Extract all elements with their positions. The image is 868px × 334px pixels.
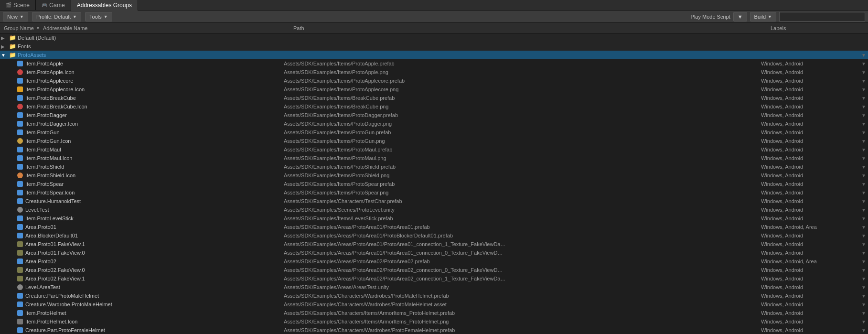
list-item[interactable]: Item.ProtoShield Assets/SDK/Examples/Ite…: [0, 162, 868, 171]
col-labels-label: Labels: [771, 25, 786, 31]
item-path-20: Assets/SDK/Examples/Areas/ProtoArea01/Pr…: [282, 233, 761, 238]
list-item[interactable]: Area.Proto02 Assets/SDK/Examples/Areas/P…: [0, 257, 868, 266]
list-item[interactable]: Item.ProtoGun.Icon Assets/SDK/Examples/I…: [0, 137, 868, 145]
list-item[interactable]: Item.ProtoHelmet Assets/SDK/Examples/Cha…: [0, 309, 868, 317]
item-dropdown-27[interactable]: ▼: [857, 293, 866, 299]
list-item[interactable]: Item.ProtoMaul.Icon Assets/SDK/Examples/…: [0, 154, 868, 162]
list-item[interactable]: Item.ProtoSpear.Icon Assets/SDK/Examples…: [0, 188, 868, 197]
item-name-6: Item.ProtoDagger: [25, 112, 67, 118]
tree-list[interactable]: ▶ 📁 Default (Default) ▶ 📁 Fonts ▼ 📁 Prot…: [0, 33, 868, 334]
list-item[interactable]: Item.ProtoBreakCube Assets/SDK/Examples/…: [0, 94, 868, 102]
list-item[interactable]: Item.ProtoDagger.Icon Assets/SDK/Example…: [0, 119, 868, 128]
item-labels-30: Windows, Android: [761, 319, 857, 324]
search-input[interactable]: [779, 12, 865, 22]
tab-addressables[interactable]: Addressables Groups: [71, 0, 138, 11]
item-dropdown-22[interactable]: ▼: [857, 250, 866, 256]
list-item[interactable]: Item.ProtoSpear Assets/SDK/Examples/Item…: [0, 180, 868, 188]
group-row-fonts[interactable]: ▶ 📁 Fonts: [0, 42, 868, 51]
tab-scene[interactable]: 🎬 Scene: [0, 0, 36, 11]
expand-arrow-fonts: ▶: [1, 44, 9, 49]
item-dropdown-15[interactable]: ▼: [857, 190, 866, 195]
list-item[interactable]: Item.ProtoMaul Assets/SDK/Examples/Items…: [0, 145, 868, 154]
list-item[interactable]: Creature.Part.ProtoMaleHelmet Assets/SDK…: [0, 291, 868, 300]
build-label: Build: [754, 14, 766, 20]
list-item[interactable]: Creature.Part.ProtoFemaleHelmet Assets/S…: [0, 326, 868, 334]
item-icon-13: [16, 172, 24, 179]
item-dropdown-30[interactable]: ▼: [857, 319, 866, 324]
tools-chevron-icon: ▼: [104, 14, 108, 19]
toolbar: New ▼ Profile: Default ▼ Tools ▼ Play Mo…: [0, 11, 868, 23]
item-dropdown-20[interactable]: ▼: [857, 233, 866, 238]
list-item[interactable]: Area.Proto01.FakeView.0 Assets/SDK/Examp…: [0, 248, 868, 257]
item-dropdown-6[interactable]: ▼: [857, 113, 866, 118]
list-item[interactable]: Item.ProtoGun Assets/SDK/Examples/Items/…: [0, 128, 868, 137]
build-button[interactable]: Build ▼: [750, 12, 776, 22]
list-item[interactable]: Area.Proto01.FakeView.1 Assets/SDK/Examp…: [0, 240, 868, 248]
item-dropdown-1[interactable]: ▼: [857, 70, 866, 75]
item-labels-22: Windows, Android: [761, 250, 857, 256]
tab-game[interactable]: 🎮 Game: [36, 0, 71, 11]
item-dropdown-8[interactable]: ▼: [857, 130, 866, 135]
item-dropdown-3[interactable]: ▼: [857, 87, 866, 92]
item-dropdown-17[interactable]: ▼: [857, 207, 866, 213]
list-item[interactable]: Level.Test Assets/SDK/Examples/Scenes/Pr…: [0, 205, 868, 214]
item-labels-17: Windows, Android: [761, 207, 857, 213]
list-item[interactable]: Item.ProtoBreakCube.Icon Assets/SDK/Exam…: [0, 102, 868, 111]
list-item[interactable]: Area.Proto02.FakeView.0 Assets/SDK/Examp…: [0, 266, 868, 274]
item-dropdown-28[interactable]: ▼: [857, 302, 866, 307]
item-dropdown-29[interactable]: ▼: [857, 311, 866, 316]
group-row-default[interactable]: ▶ 📁 Default (Default): [0, 33, 868, 42]
item-labels-15: Windows, Android: [761, 190, 857, 195]
item-name-15: Item.ProtoSpear.Icon: [25, 190, 75, 195]
list-item[interactable]: Item.ProtoApplecore.Icon Assets/SDK/Exam…: [0, 85, 868, 94]
item-dropdown-21[interactable]: ▼: [857, 242, 866, 247]
item-dropdown-18[interactable]: ▼: [857, 216, 866, 221]
list-item[interactable]: Item.ProtoDagger Assets/SDK/Examples/Ite…: [0, 111, 868, 119]
play-mode-button[interactable]: ▼: [733, 12, 747, 22]
list-item[interactable]: Item.ProtoApplecore Assets/SDK/Examples/…: [0, 76, 868, 85]
group-row-protoassets[interactable]: ▼ 📁 ProtoAssets ▼: [0, 51, 868, 59]
item-dropdown-23[interactable]: ▼: [857, 259, 866, 264]
list-item[interactable]: Creature.Wardrobe.ProtoMaleHelmet Assets…: [0, 300, 868, 309]
item-dropdown-2[interactable]: ▼: [857, 78, 866, 84]
item-dropdown-7[interactable]: ▼: [857, 121, 866, 127]
item-dropdown-14[interactable]: ▼: [857, 182, 866, 187]
item-path-30: Assets/SDK/Examples/Characters/Items/Arm…: [282, 319, 761, 324]
list-item[interactable]: Item.ProtoApple Assets/SDK/Examples/Item…: [0, 59, 868, 68]
item-dropdown-5[interactable]: ▼: [857, 104, 866, 109]
list-item[interactable]: Area.BlockerDefault01 Assets/SDK/Example…: [0, 231, 868, 240]
list-item[interactable]: Item.ProtoShield.Icon Assets/SDK/Example…: [0, 171, 868, 180]
tools-button[interactable]: Tools ▼: [85, 12, 112, 22]
item-dropdown-16[interactable]: ▼: [857, 199, 866, 204]
list-item[interactable]: Area.Proto02.FakeView.1 Assets/SDK/Examp…: [0, 274, 868, 283]
protoassets-dropdown[interactable]: ▼: [857, 53, 866, 58]
col-path: Path: [284, 25, 771, 31]
new-button[interactable]: New ▼: [3, 12, 28, 22]
list-item[interactable]: Item.ProtoHelmet.Icon Assets/SDK/Example…: [0, 317, 868, 326]
item-dropdown-31[interactable]: ▼: [857, 328, 866, 333]
item-icon-2: [16, 77, 24, 85]
item-dropdown-11[interactable]: ▼: [857, 156, 866, 161]
item-dropdown-12[interactable]: ▼: [857, 164, 866, 170]
item-dropdown-25[interactable]: ▼: [857, 276, 866, 281]
list-item[interactable]: Creature.HumanoidTest Assets/SDK/Example…: [0, 197, 868, 205]
item-path-1: Assets/SDK/Examples/Items/ProtoApple.png: [282, 69, 761, 75]
col-labels: Labels: [771, 25, 866, 31]
item-dropdown-19[interactable]: ▼: [857, 225, 866, 230]
list-item[interactable]: Item.ProtoLevelStick Assets/SDK/Examples…: [0, 214, 868, 223]
list-item[interactable]: Item.ProtoApple.Icon Assets/SDK/Examples…: [0, 68, 868, 76]
profile-button[interactable]: Profile: Default ▼: [32, 12, 81, 22]
list-item[interactable]: Level.AreaTest Assets/SDK/Examples/Areas…: [0, 283, 868, 291]
profile-label: Profile: Default: [36, 14, 71, 20]
item-path-22: Assets/SDK/Examples/Areas/ProtoArea01/Pr…: [282, 250, 761, 256]
item-dropdown-13[interactable]: ▼: [857, 173, 866, 178]
item-labels-19: Windows, Android, Area: [761, 224, 857, 230]
item-dropdown-4[interactable]: ▼: [857, 96, 866, 101]
item-dropdown-24[interactable]: ▼: [857, 268, 866, 273]
item-dropdown-10[interactable]: ▼: [857, 147, 866, 152]
item-dropdown-0[interactable]: ▼: [857, 61, 866, 66]
item-dropdown-9[interactable]: ▼: [857, 139, 866, 144]
item-dropdown-26[interactable]: ▼: [857, 285, 866, 290]
list-item[interactable]: Area.Proto01 Assets/SDK/Examples/Areas/P…: [0, 223, 868, 231]
group-icon-protoassets: 📁: [9, 51, 16, 59]
